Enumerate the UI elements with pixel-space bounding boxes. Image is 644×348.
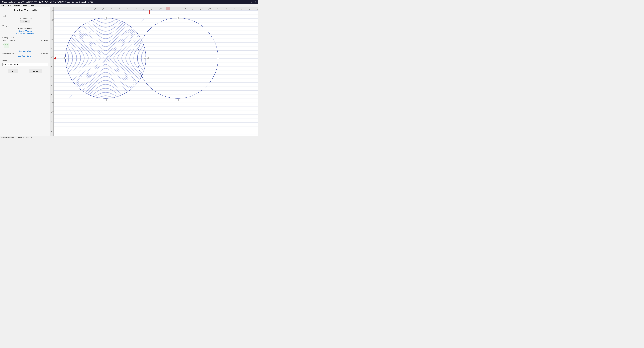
circle-center-fill — [106, 58, 106, 58]
name-input[interactable] — [2, 63, 48, 66]
canvas-area: 0123456789101112131415161718192021222324… — [50, 7, 258, 136]
svg-text:5: 5 — [51, 84, 52, 86]
start-depth-unit: in — [46, 39, 48, 41]
handle-between-right[interactable] — [147, 57, 148, 59]
panel-title: Pocket Toolpath — [2, 9, 48, 12]
ok-button[interactable]: Ok — [8, 69, 18, 73]
status-bar: Cursor Position X: 13.800 Y: -0.113 in — [0, 136, 258, 139]
handle-right-bottom[interactable] — [177, 99, 178, 101]
svg-text:12: 12 — [51, 20, 53, 22]
menu-bar: File Edit Library View Help — [0, 4, 258, 7]
menu-view[interactable]: View — [22, 4, 28, 7]
svg-text:5: 5 — [95, 7, 96, 9]
name-section: Name — [2, 59, 48, 66]
svg-text:8: 8 — [119, 7, 120, 9]
handle-right-right[interactable] — [217, 57, 219, 59]
svg-text:14: 14 — [168, 7, 170, 9]
svg-text:2: 2 — [51, 112, 52, 114]
menu-file[interactable]: File — [1, 4, 5, 7]
vectors-section-label: Vectors — [2, 25, 48, 27]
svg-text:21: 21 — [225, 7, 227, 9]
vector-selected-text: 1 Vector selected — [2, 28, 48, 30]
svg-text:9: 9 — [128, 7, 128, 9]
cutting-depth-label: Cutting Depth — [2, 36, 48, 38]
svg-text:3: 3 — [51, 103, 52, 104]
menu-help[interactable]: Help — [30, 4, 35, 7]
name-label: Name — [2, 59, 48, 61]
close-button[interactable]: ✕ — [254, 1, 256, 3]
svg-text:1: 1 — [51, 121, 52, 123]
svg-text:8: 8 — [51, 57, 52, 58]
depth-diagram-svg: S D — [3, 42, 10, 49]
svg-text:11: 11 — [51, 29, 53, 31]
svg-text:0: 0 — [54, 7, 55, 9]
left-ruler-svg: 131211109876543210 — [50, 10, 54, 136]
tool-number: #201 End Mill (1/4") — [2, 17, 48, 19]
svg-text:2: 2 — [70, 7, 71, 9]
svg-text:19: 19 — [209, 7, 211, 9]
select-current-vectors-link[interactable]: Select Current Vectors — [2, 32, 48, 34]
left-panel: Pocket Toolpath Tool #201 End Mill (1/4"… — [0, 7, 50, 136]
svg-text:23: 23 — [242, 7, 243, 9]
handle-bottom[interactable] — [105, 99, 106, 101]
max-depth-label: Max Depth (D) — [2, 52, 38, 54]
drawing-canvas[interactable] — [54, 10, 258, 136]
start-depth-row: Start Depth (S) 0.240 in — [2, 39, 48, 41]
cutting-depth-section: Cutting Depth Start Depth (S) 0.240 in S… — [2, 36, 48, 57]
svg-text:S: S — [3, 44, 4, 45]
svg-rect-0 — [4, 43, 9, 48]
edit-tool-button[interactable]: Edit — [20, 20, 30, 23]
svg-text:17: 17 — [193, 7, 194, 9]
title-bar: C:/Users/caTam/My Drive/ART/DRAWMACHINE/… — [0, 0, 258, 4]
svg-text:13: 13 — [51, 11, 53, 12]
svg-text:11: 11 — [144, 7, 146, 9]
handle-top[interactable] — [105, 17, 106, 19]
handle-right-top[interactable] — [177, 17, 178, 19]
svg-text:22: 22 — [234, 7, 235, 9]
main-layout: Pocket Toolpath Tool #201 End Mill (1/4"… — [0, 7, 258, 136]
start-depth-value: 0.240 — [38, 39, 46, 41]
svg-text:0: 0 — [51, 130, 52, 132]
svg-text:3: 3 — [78, 7, 79, 9]
svg-text:24: 24 — [250, 7, 252, 9]
svg-text:15: 15 — [176, 7, 178, 9]
change-vectors-link[interactable]: Change Vectors — [2, 30, 48, 32]
ruler-corner — [50, 7, 54, 10]
cursor-position: Cursor Position X: 13.800 Y: -0.113 in — [1, 137, 32, 139]
maximize-button[interactable]: □ — [250, 1, 253, 3]
window-controls: — □ ✕ — [247, 1, 256, 3]
handle-between-left[interactable] — [144, 57, 146, 59]
max-depth-unit: in — [46, 52, 48, 54]
tool-section-label: Tool — [2, 15, 48, 17]
svg-text:10: 10 — [136, 7, 137, 9]
max-depth-value: 0.450 — [38, 52, 46, 54]
svg-text:1: 1 — [62, 7, 63, 9]
start-depth-label: Start Depth (S) — [2, 39, 38, 41]
svg-text:6: 6 — [103, 7, 104, 9]
minimize-button[interactable]: — — [247, 1, 250, 3]
svg-text:7: 7 — [51, 66, 52, 68]
use-stock-bottom-link[interactable]: Use Stock Bottom — [2, 55, 48, 57]
svg-text:18: 18 — [201, 7, 202, 9]
svg-text:10: 10 — [51, 38, 53, 40]
main-svg — [54, 10, 258, 136]
max-depth-row: Max Depth (D) 0.450 in — [2, 52, 48, 54]
menu-library[interactable]: Library — [14, 4, 21, 7]
svg-text:D: D — [3, 46, 4, 47]
svg-text:6: 6 — [51, 75, 52, 77]
handle-left[interactable] — [64, 57, 66, 59]
svg-text:9: 9 — [51, 47, 52, 49]
svg-text:20: 20 — [217, 7, 219, 9]
svg-text:16: 16 — [184, 7, 186, 9]
svg-text:13: 13 — [160, 7, 162, 9]
depth-diagram: S D — [3, 42, 47, 49]
action-buttons: Ok Cancel — [2, 69, 48, 73]
cancel-button[interactable]: Cancel — [29, 69, 42, 73]
grid-background — [54, 10, 258, 136]
svg-text:4: 4 — [51, 93, 52, 95]
use-stock-top-link[interactable]: Use Stock Top — [2, 50, 48, 52]
top-ruler-svg: 0123456789101112131415161718192021222324… — [54, 7, 258, 10]
svg-text:12: 12 — [152, 7, 154, 9]
menu-edit[interactable]: Edit — [7, 4, 12, 7]
svg-text:7: 7 — [111, 7, 112, 9]
